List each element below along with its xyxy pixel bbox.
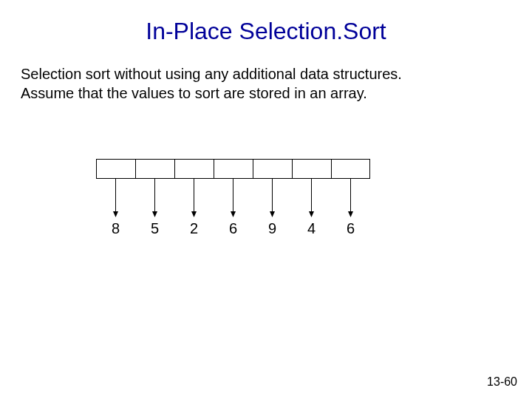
arrow-down-icon (233, 179, 233, 216)
values-row: 8 5 2 6 9 4 6 (96, 220, 370, 237)
page-number: 13-60 (487, 375, 517, 389)
array-value: 4 (307, 220, 316, 237)
array-value: 6 (229, 220, 237, 237)
body-line-1: Selection sort without using any additio… (21, 64, 511, 83)
svg-marker-5 (191, 211, 197, 217)
array-cell (174, 159, 214, 179)
arrow-down-icon (115, 179, 116, 216)
svg-marker-1 (113, 211, 118, 217)
array-cells (96, 159, 370, 179)
array-cell (292, 159, 331, 179)
array-cell (331, 159, 370, 179)
arrow-down-icon (272, 179, 273, 216)
arrow-down-icon (194, 179, 194, 216)
arrows-row (96, 179, 370, 216)
array-diagram: 8 5 2 6 9 4 6 (96, 159, 370, 237)
body-text: Selection sort without using any additio… (0, 45, 532, 103)
svg-marker-9 (270, 211, 275, 217)
page-title: In-Place Selection.Sort (0, 0, 532, 45)
array-value: 6 (347, 220, 355, 237)
arrow-down-icon (350, 179, 351, 216)
array-cell (253, 159, 292, 179)
arrow-down-icon (311, 179, 312, 216)
array-value: 2 (190, 220, 198, 237)
array-value: 8 (112, 220, 120, 237)
array-cell (96, 159, 135, 179)
svg-marker-13 (348, 211, 353, 217)
svg-marker-3 (152, 211, 157, 217)
body-line-2: Assume that the values to sort are store… (21, 83, 511, 103)
array-value: 5 (151, 220, 159, 237)
svg-marker-7 (231, 211, 236, 217)
arrow-down-icon (154, 179, 155, 216)
svg-marker-11 (309, 211, 314, 217)
array-cell (135, 159, 174, 179)
array-cell (214, 159, 253, 179)
array-value: 9 (268, 220, 276, 237)
